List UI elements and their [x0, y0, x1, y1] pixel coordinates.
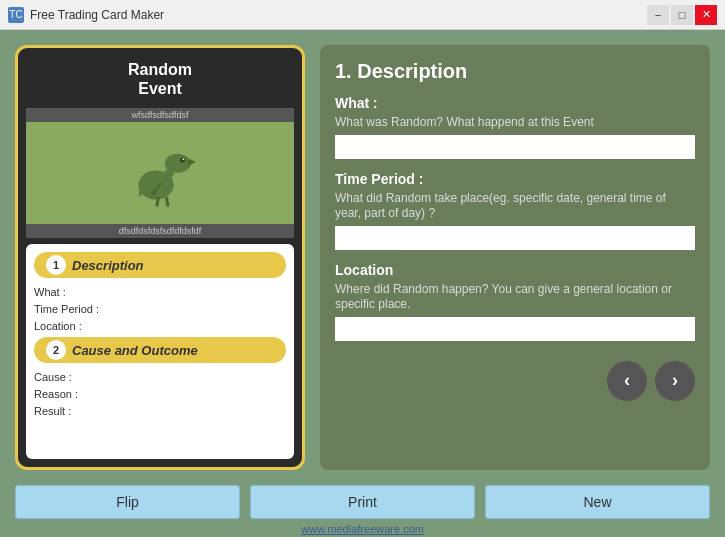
section1-number: 1 — [46, 255, 66, 275]
time-label: Time Period : — [335, 171, 695, 187]
section2-badge: 2 Cause and Outcome — [34, 337, 286, 363]
time-field-group: Time Period : What did Random take place… — [335, 171, 695, 250]
card-field-cause: Cause : — [34, 371, 286, 383]
close-button[interactable]: ✕ — [695, 5, 717, 25]
card-field-result: Result : — [34, 405, 286, 417]
new-button[interactable]: New — [485, 485, 710, 519]
svg-point-1 — [165, 154, 191, 173]
card-body: 1 Description What : Time Period : Locat… — [26, 244, 294, 459]
what-hint: What was Random? What happend at this Ev… — [335, 115, 695, 131]
card-field-reason: Reason : — [34, 388, 286, 400]
location-field-group: Location Where did Random happen? You ca… — [335, 262, 695, 341]
card-image-label-top: wfsdfsdfsdfdsf — [26, 108, 294, 122]
window-controls: − □ ✕ — [647, 5, 717, 25]
card-field-location: Location : — [34, 320, 286, 332]
flip-button[interactable]: Flip — [15, 485, 240, 519]
maximize-button[interactable]: □ — [671, 5, 693, 25]
svg-line-10 — [166, 197, 168, 207]
bottom-buttons: Flip Print New — [15, 485, 710, 519]
what-label: What : — [335, 95, 695, 111]
right-panel: 1. Description What : What was Random? W… — [320, 45, 710, 470]
location-hint: Where did Random happen? You can give a … — [335, 282, 695, 313]
card-image-label-bottom: dfsdfdsfdsfsdfdfdsfdf — [26, 224, 294, 238]
minimize-button[interactable]: − — [647, 5, 669, 25]
title-bar: TC Free Trading Card Maker − □ ✕ — [0, 0, 725, 30]
svg-marker-2 — [188, 159, 196, 167]
what-field-group: What : What was Random? What happend at … — [335, 95, 695, 159]
print-button[interactable]: Print — [250, 485, 475, 519]
app-icon: TC — [8, 7, 24, 23]
next-button[interactable]: › — [655, 361, 695, 401]
section1-badge: 1 Description — [34, 252, 286, 278]
card-image-area: wfsdfsdfsdfdsf — [26, 108, 294, 238]
section2-number: 2 — [46, 340, 66, 360]
card-header: Random Event — [26, 56, 294, 102]
main-content: Random Event wfsdfsdfsdfdsf — [0, 30, 725, 485]
what-input[interactable] — [335, 135, 695, 159]
footer-link[interactable]: www.mediafreeware.com — [301, 521, 424, 537]
location-input[interactable] — [335, 317, 695, 341]
card-image-dino — [26, 122, 294, 224]
time-input[interactable] — [335, 226, 695, 250]
title-bar-left: TC Free Trading Card Maker — [8, 7, 164, 23]
svg-point-3 — [180, 158, 185, 163]
dino-image — [120, 133, 200, 213]
time-hint: What did Random take place(eg. specific … — [335, 191, 695, 222]
card-field-what: What : — [34, 286, 286, 298]
svg-line-9 — [157, 197, 159, 207]
card-panel: Random Event wfsdfsdfsdfdsf — [15, 45, 305, 470]
card-field-time: Time Period : — [34, 303, 286, 315]
location-label: Location — [335, 262, 695, 278]
bottom-bar: Flip Print New www.mediafreeware.com — [0, 485, 725, 537]
prev-button[interactable]: ‹ — [607, 361, 647, 401]
window-title: Free Trading Card Maker — [30, 8, 164, 22]
nav-buttons: ‹ › — [335, 361, 695, 401]
section-title: 1. Description — [335, 60, 695, 83]
section2-label: Cause and Outcome — [72, 343, 198, 358]
svg-point-4 — [182, 159, 184, 161]
svg-point-7 — [151, 191, 156, 196]
section1-label: Description — [72, 258, 144, 273]
